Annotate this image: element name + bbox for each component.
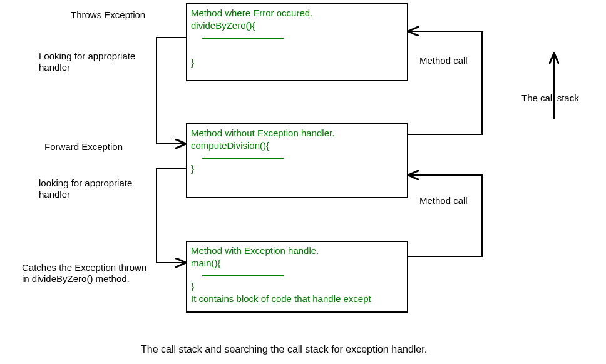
label-catches-line2: in divideByZero() method. [22,273,130,285]
arrow-box2-to-box3 [157,169,186,263]
label-looking-2-line2: handler [39,188,70,201]
box1-line1: Method where Error occured. [191,7,403,19]
label-looking-2-line1: looking for appropriate [39,177,132,190]
box-compute-division: Method without Exception handler. comput… [186,123,408,198]
box-main: Method with Exception handle. main(){ } … [186,241,408,313]
box2-line2: computeDivision(){ [191,139,403,152]
box1-line3: } [191,56,403,69]
label-looking-1-line2: handler [39,61,70,74]
box2-line3: } [191,163,403,175]
box1-line2: divideByZero(){ [191,19,403,32]
box2-line1: Method without Exception handler. [191,127,403,139]
label-forward-exception: Forward Exception [44,141,123,153]
label-looking-1-line1: Looking for appropriate [39,50,135,63]
arrow-box1-to-box2 [157,38,186,144]
box3-underline [202,274,284,276]
box2-underline [202,156,284,159]
box3-line4: It contains block of code that handle ex… [191,293,403,305]
box-divide-by-zero: Method where Error occured. divideByZero… [186,3,408,81]
label-method-call-2: Method call [419,195,468,207]
label-catches-line1: Catches the Exception thrown [22,261,146,274]
box1-underline [202,36,284,39]
box3-line2: main(){ [191,257,403,270]
label-call-stack: The call stack [521,92,579,104]
box3-line1: Method with Exception handle. [191,245,403,257]
box3-line3: } [191,280,403,293]
diagram-caption: The call stack and searching the call st… [141,344,427,355]
label-method-call-1: Method call [419,54,468,67]
arrow-methodcall-2 [408,175,482,256]
arrow-methodcall-1 [408,31,482,134]
label-throws-exception: Throws Exception [71,9,145,21]
